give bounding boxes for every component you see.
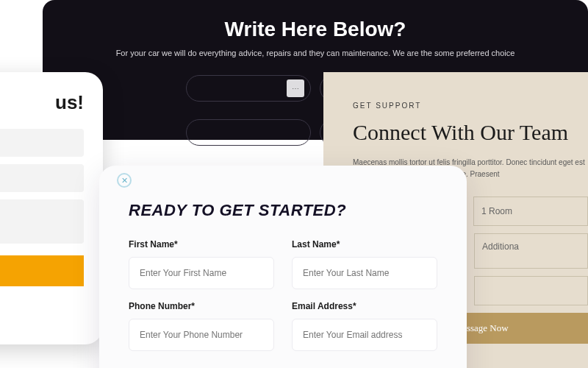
center-form-card: ✕ READY TO GET STARTED? First Name* Last…: [99, 166, 467, 368]
mail-input[interactable]: [0, 164, 84, 192]
dark-input-blank[interactable]: [186, 119, 311, 146]
first-name-input[interactable]: [129, 257, 274, 289]
orange-contact-card: us! SUBMIT: [0, 72, 103, 344]
phone-input[interactable]: [129, 319, 274, 351]
center-form-grid: First Name* Last Name* Phone Number* Ema…: [129, 239, 437, 351]
center-title: READY TO GET STARTED?: [129, 201, 437, 220]
field-phone: Phone Number*: [129, 301, 274, 351]
field-last-name: Last Name*: [292, 239, 437, 289]
phone-label: Phone Number*: [129, 301, 274, 311]
dark-input-icon[interactable]: ⋯: [186, 75, 311, 102]
name-input[interactable]: [0, 129, 84, 157]
message-input[interactable]: [0, 199, 84, 244]
field-first-name: First Name*: [129, 239, 274, 289]
email-label: Email Address*: [292, 301, 437, 311]
beige-room-select[interactable]: 1 Room: [473, 197, 588, 226]
last-name-input[interactable]: [292, 257, 437, 289]
beige-title: Connect With Our Team: [353, 120, 588, 145]
field-email: Email Address*: [292, 301, 437, 351]
beige-input-4[interactable]: [474, 276, 588, 305]
beige-additional-input[interactable]: Additiona: [474, 233, 588, 269]
email-input[interactable]: [292, 319, 437, 351]
close-icon[interactable]: ✕: [117, 173, 132, 188]
submit-button[interactable]: SUBMIT: [0, 255, 84, 286]
beige-eyebrow: GET SUPPORT: [353, 102, 588, 110]
orange-title: us!: [0, 91, 84, 114]
last-name-label: Last Name*: [292, 239, 437, 250]
keyboard-icon: ⋯: [287, 79, 304, 97]
first-name-label: First Name*: [129, 239, 274, 250]
dark-title: Write Here Below?: [60, 18, 570, 41]
dark-subtitle: For your car we will do everything advic…: [60, 49, 570, 57]
